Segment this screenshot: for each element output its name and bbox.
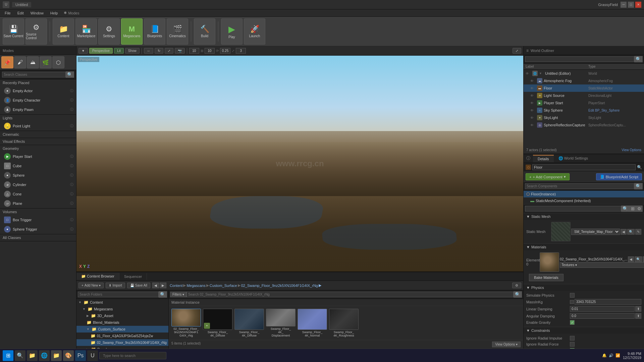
menu-edit[interactable]: Edit bbox=[14, 10, 27, 16]
outliner-row-playerstart[interactable]: 👁 ▶ Player Start PlayerStart bbox=[524, 99, 644, 107]
asset-dark-thumb[interactable]: + bbox=[203, 309, 232, 330]
cinematic-header[interactable]: Cinematic bbox=[0, 131, 76, 138]
taskbar-explorer-app[interactable]: 📁 bbox=[27, 350, 38, 361]
material-thumb[interactable] bbox=[540, 252, 559, 272]
folder-megascans[interactable]: ▼ 📁 Megascans bbox=[76, 306, 168, 312]
marketplace-button[interactable]: 🏪 Marketplace bbox=[75, 18, 97, 45]
empty-pawn-item[interactable]: ♟ Empty Pawn ⓘ bbox=[0, 105, 76, 114]
breadcrumb-arrow[interactable]: ▶ bbox=[319, 283, 321, 288]
content-browser-tab[interactable]: 📁 Content Browser bbox=[76, 273, 119, 280]
static-mesh-dropdown[interactable]: SM_Template_Map_Floor bbox=[571, 229, 620, 235]
player-start-item[interactable]: ▶ Player Start ⓘ bbox=[0, 152, 76, 161]
volumes-header[interactable]: Volumes bbox=[0, 208, 76, 215]
world-vis-icon[interactable]: 👁 bbox=[526, 72, 531, 75]
plane-item[interactable]: ▱ Plane ⓘ bbox=[0, 199, 76, 208]
add-new-button[interactable]: + Add New ▾ bbox=[78, 283, 104, 288]
physics-header[interactable]: ▼ Physics bbox=[524, 284, 644, 291]
floor-vis-icon[interactable]: 👁 bbox=[530, 86, 536, 90]
asset-diffuse-thumb[interactable] bbox=[234, 309, 264, 330]
fog-vis-icon[interactable]: 👁 bbox=[530, 79, 536, 83]
taskbar-search-input[interactable] bbox=[99, 352, 166, 359]
outliner-view-options[interactable]: View Options bbox=[622, 148, 641, 152]
import-button[interactable]: ⬇ Import bbox=[106, 283, 125, 288]
folder-search-input[interactable] bbox=[78, 292, 159, 297]
foliage-mode-btn[interactable]: 🌿 bbox=[40, 56, 52, 68]
tray-volume-icon[interactable]: 🔊 bbox=[609, 353, 613, 358]
ps-vis-icon[interactable]: 👁 bbox=[530, 101, 536, 105]
viewport-menu-btn[interactable]: ▼ bbox=[78, 48, 88, 54]
sphere-item[interactable]: ● Sphere ⓘ bbox=[0, 171, 76, 180]
materials-header[interactable]: ▼ Materials bbox=[524, 244, 644, 250]
mat-find-btn[interactable]: 🔍 bbox=[635, 256, 642, 262]
menu-file[interactable]: File bbox=[1, 10, 14, 16]
asset-displacement-item[interactable]: Swamp_Floor_4K_Displacement bbox=[266, 309, 296, 337]
back-button[interactable]: ◀ bbox=[152, 283, 159, 288]
asset-main-thumb[interactable] bbox=[171, 309, 201, 326]
main-viewport[interactable]: www.rrcg.cn X Y Z Perspective bbox=[76, 56, 523, 272]
cone-item[interactable]: △ Cone ⓘ bbox=[0, 189, 76, 199]
outliner-search-button[interactable]: 🔍 bbox=[634, 56, 643, 62]
perspective-btn[interactable]: Perspective bbox=[89, 48, 113, 54]
place-mode-btn[interactable]: 📌 bbox=[1, 56, 13, 68]
breadcrumb-swamp-floor[interactable]: 02_Swamp_Floor_9nz2k5XN1064F1G4IX_rNg bbox=[241, 284, 318, 288]
static-mesh-row[interactable]: ▬ StaticMeshComponent (Inherited) bbox=[524, 197, 644, 204]
view-options-button[interactable]: View Options ▾ bbox=[492, 342, 521, 347]
vp-camera-btn[interactable]: 📷 bbox=[175, 48, 185, 54]
cinematics-button[interactable]: 🎬 Cinematics bbox=[167, 18, 188, 45]
filters-button[interactable]: Filters ▾ bbox=[170, 292, 186, 297]
lights-header[interactable]: Lights bbox=[0, 115, 76, 121]
asset-main-item[interactable]: 02_Swamp_Floor_9nz2k5XN1064F1G4IX_rNg bbox=[171, 309, 201, 337]
comp-search-button[interactable]: 🔍 bbox=[634, 183, 643, 189]
taskbar-search-app[interactable]: 🔍 bbox=[15, 350, 25, 361]
mat-edit-btn[interactable]: ✎ bbox=[643, 256, 644, 262]
landscape-mode-btn[interactable]: ⛰ bbox=[27, 56, 39, 68]
cube-item[interactable]: □ Cube ⓘ bbox=[0, 161, 76, 171]
enable-gravity-checkbox[interactable]: ✓ bbox=[570, 320, 575, 325]
asset-search-button[interactable]: 🔍 bbox=[514, 291, 522, 298]
breadcrumb-content[interactable]: Content bbox=[170, 284, 183, 288]
modes-search-button[interactable]: 🔍 bbox=[66, 71, 74, 78]
launch-button[interactable]: 🚀 Launch bbox=[244, 18, 265, 45]
bake-materials-button[interactable]: Bake Materials bbox=[529, 274, 564, 281]
all-classes-header[interactable]: All Classes bbox=[0, 234, 76, 241]
outliner-row-fog[interactable]: 👁 ☁ Atmospheric Fog AtmosphericFog bbox=[524, 77, 644, 84]
taskbar-paint-app[interactable]: 🎨 bbox=[63, 350, 74, 361]
mass-checkbox[interactable] bbox=[570, 300, 574, 304]
sm-back-button[interactable]: ◀ bbox=[621, 229, 627, 235]
point-light-item[interactable]: 💡 Point Light ⓘ bbox=[0, 121, 76, 131]
title-tab[interactable]: Untitled bbox=[12, 2, 31, 7]
details-filter-button[interactable]: ⚙ bbox=[636, 205, 643, 212]
asset-displacement-thumb[interactable] bbox=[266, 309, 296, 326]
taskbar-chrome-app[interactable]: 🌐 bbox=[39, 350, 50, 361]
source-control-button[interactable]: ⚙ Source Control bbox=[25, 18, 47, 45]
start-button[interactable]: ⊞ bbox=[3, 350, 13, 361]
search-details-button[interactable]: 🔍 bbox=[621, 205, 630, 212]
modes-search-input[interactable] bbox=[2, 72, 66, 77]
folder-decal[interactable]: ▶ 📁 Decal bbox=[76, 346, 168, 349]
folder-content[interactable]: ▼ 📁 Content bbox=[76, 299, 168, 306]
floor-instance-row[interactable]: ⬡ Floor(Instance) bbox=[524, 191, 644, 197]
comp-search-input[interactable] bbox=[525, 183, 634, 189]
save-current-button[interactable]: 💾 Save Current bbox=[3, 18, 24, 45]
show-btn[interactable]: Show bbox=[125, 48, 140, 54]
world-settings-tab[interactable]: 🌐 World Settings bbox=[554, 155, 593, 162]
asset-dark-item[interactable]: + Swamp_Floor_4K_Diffuse bbox=[203, 309, 232, 337]
vp-maximize-btn[interactable]: ⤢ bbox=[513, 48, 521, 54]
outliner-row-world[interactable]: 👁 🌐 ▼ Untitled (Editor) World bbox=[524, 70, 644, 77]
tray-wifi-icon[interactable]: 📶 bbox=[615, 353, 620, 358]
constraints-header[interactable]: ▼ Constraints bbox=[524, 327, 644, 334]
blueprint-button[interactable]: 📘 Blueprint/Add Script bbox=[596, 173, 642, 180]
blueprints-button[interactable]: 📘 Blueprints bbox=[144, 18, 165, 45]
content-button[interactable]: 📁 Content bbox=[53, 18, 74, 45]
folder-3d-asset[interactable]: ▶ 📁 3D_Asset bbox=[76, 312, 168, 319]
sr-vis-icon[interactable]: 👁 bbox=[530, 123, 536, 127]
geometry-header[interactable]: Geometry bbox=[0, 145, 76, 152]
taskbar-ps-app[interactable]: Ps bbox=[75, 350, 86, 361]
vp-scale-btn[interactable]: ⤢ bbox=[165, 48, 173, 54]
save-all-button[interactable]: 💾 Save All bbox=[127, 283, 150, 288]
menu-window[interactable]: Window bbox=[27, 10, 47, 16]
asset-search-input[interactable] bbox=[186, 292, 514, 297]
sl-vis-icon[interactable]: 👁 bbox=[530, 116, 536, 120]
empty-character-item[interactable]: 👤 Empty Character ⓘ bbox=[0, 96, 76, 105]
forward-button[interactable]: ▶ bbox=[160, 283, 166, 288]
